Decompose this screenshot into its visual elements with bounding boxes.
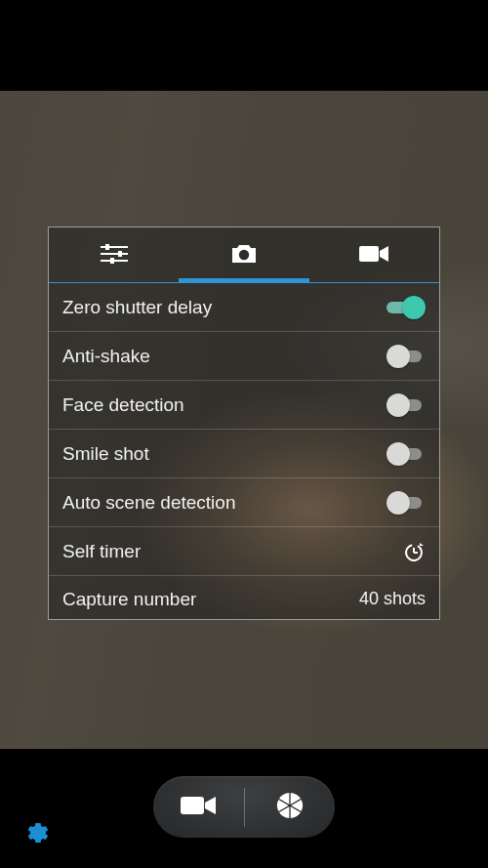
tab-underline-active	[179, 278, 308, 283]
row-smile-shot[interactable]: Smile shot	[49, 430, 439, 478]
settings-button[interactable]	[21, 819, 49, 850]
camera-icon	[229, 242, 259, 269]
shutter-button[interactable]	[245, 776, 336, 838]
video-icon	[359, 244, 388, 268]
row-face-detection[interactable]: Face detection	[49, 381, 439, 430]
svg-rect-7	[359, 246, 379, 262]
toggle-anti-shake[interactable]	[386, 345, 426, 368]
svg-rect-5	[110, 258, 114, 264]
toggle-smile-shot[interactable]	[386, 442, 426, 466]
svg-point-6	[239, 249, 249, 259]
settings-tabs	[49, 227, 439, 283]
row-label: Anti-shake	[62, 346, 150, 367]
row-label: Auto scene detection	[62, 492, 235, 514]
camera-settings-panel: Zero shutter delay Anti-shake Face detec…	[48, 227, 440, 620]
row-self-timer[interactable]: Self timer	[49, 527, 439, 576]
row-label: Face detection	[62, 394, 184, 416]
toggle-auto-scene[interactable]	[386, 491, 426, 515]
row-label: Zero shutter delay	[62, 297, 212, 318]
timer-icon	[402, 540, 426, 563]
video-record-button[interactable]	[153, 776, 244, 838]
shutter-icon	[274, 790, 305, 825]
row-label: Capture number	[62, 589, 196, 610]
capture-mode-pill	[153, 776, 335, 838]
row-anti-shake[interactable]: Anti-shake	[49, 332, 439, 381]
tab-sliders[interactable]	[49, 227, 179, 283]
sliders-icon	[101, 243, 128, 269]
bottom-bar	[0, 749, 488, 868]
tab-underline	[49, 282, 179, 283]
tab-video[interactable]	[309, 227, 439, 283]
toggle-face-detection[interactable]	[386, 393, 426, 417]
row-capture-number[interactable]: Capture number 40 shots	[49, 576, 439, 620]
row-value: 40 shots	[359, 589, 426, 609]
row-auto-scene-detection[interactable]: Auto scene detection	[49, 478, 439, 527]
row-label: Smile shot	[62, 443, 149, 465]
video-icon	[181, 794, 216, 821]
toggle-zero-shutter[interactable]	[386, 296, 426, 319]
tab-underline	[309, 282, 439, 283]
row-zero-shutter-delay[interactable]: Zero shutter delay	[49, 283, 439, 332]
row-label: Self timer	[62, 541, 141, 562]
tab-photo[interactable]	[179, 227, 308, 283]
svg-rect-4	[118, 251, 122, 257]
gear-icon	[21, 833, 49, 849]
svg-rect-3	[105, 244, 109, 250]
svg-rect-11	[181, 797, 204, 814]
